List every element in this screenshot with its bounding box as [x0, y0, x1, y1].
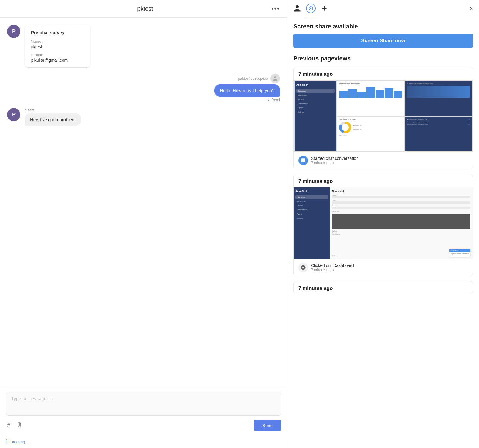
input-icons: # — [6, 420, 23, 430]
add-tag-row: + add tag — [0, 436, 287, 448]
click-event-icon — [298, 263, 308, 272]
chat-menu-button[interactable]: ••• — [271, 5, 280, 13]
message-input[interactable] — [6, 392, 281, 416]
pageview-card-1: 7 minutes ago AcmeTech Dashboard Applica… — [293, 67, 473, 169]
screenshot-panel-bl: Completion by offer ● Insurance 55% ● In… — [337, 117, 404, 151]
mini-bar-chart — [339, 86, 402, 98]
screenshot-panel-br: Most message then 50 persons... Ella 144… — [405, 117, 472, 151]
screenshot-sidebar-1: AcmeTech Dashboard Applications Reports … — [295, 81, 336, 151]
chat-body: P Pre-chat survey Name: pktest E-mail: p… — [0, 18, 287, 387]
target-icon — [306, 4, 316, 13]
chat-header: pktest ••• — [0, 0, 287, 18]
pageviews-section: Previous pageviews 7 minutes ago AcmeTec… — [293, 55, 473, 294]
survey-box: Pre-chat survey Name: pktest E-mail: p.k… — [25, 25, 90, 68]
screenshot-sidebar-2: AcmeTech Dashboard Applications Reports … — [294, 187, 330, 259]
agent-meta-row: pablo@upscope.io — [238, 74, 280, 83]
pageview-card-3: 7 minutes ago — [293, 281, 473, 294]
hash-button[interactable]: # — [6, 421, 11, 430]
screen-share-button[interactable]: Screen Share now — [293, 34, 473, 48]
chat-event-icon — [298, 156, 308, 165]
name-label: Name: — [31, 39, 84, 44]
add-tag-button[interactable]: + add tag — [6, 439, 25, 444]
pageviews-title: Previous pageviews — [293, 55, 473, 62]
person-icon-button[interactable] — [293, 4, 301, 12]
screenshot-panel-tl: Transactions per second — [337, 81, 404, 116]
plus-icon: + — [6, 439, 10, 444]
screen-share-title: Screen share available — [293, 23, 473, 30]
survey-title: Pre-chat survey — [31, 30, 84, 35]
pageview-footer-2: Clicked on "Dashboard" 7 minutes ago — [294, 259, 473, 276]
event-time-1: 7 minutes ago — [311, 161, 468, 165]
sender-name: pktest — [25, 108, 81, 112]
screenshot-panel-tr: Successful vs failed transactions — [405, 81, 472, 116]
pageview-screenshot-1[interactable]: AcmeTech Dashboard Applications Reports … — [294, 80, 473, 152]
mini-donut — [339, 122, 351, 133]
email-value: p.kullar@gmail.com — [31, 58, 84, 63]
send-button[interactable]: Send — [254, 420, 281, 431]
user-avatar: P — [7, 25, 20, 38]
add-tag-label: add tag — [12, 440, 25, 444]
chat-title: pktest — [137, 5, 153, 12]
event-label-2: Clicked on "Dashboard" — [311, 263, 468, 268]
screen-share-section: Screen share available Screen Share now — [293, 23, 473, 48]
pageview-time-1: 7 minutes ago — [294, 67, 473, 80]
pageview-time-2: 7 minutes ago — [294, 174, 473, 187]
incoming-message: P pktest Hey, I've got a problem — [7, 108, 280, 126]
incoming-content: pktest Hey, I've got a problem — [25, 108, 81, 126]
pageview-time-3: 7 minutes ago — [294, 281, 473, 294]
pageview-card-2: 7 minutes ago AcmeTech Dashboard Applica… — [293, 174, 473, 276]
screenshot-main-2: New agent Name Email Pin code — [330, 187, 473, 259]
left-panel: pktest ••• P Pre-chat survey Name: pktes… — [0, 0, 287, 448]
outgoing-bubble: Hello. How may I help you? — [214, 84, 280, 97]
header-icon-group — [293, 4, 328, 13]
input-actions: # Send — [6, 420, 281, 431]
event-time-2: 7 minutes ago — [311, 268, 468, 272]
outgoing-message: pablo@upscope.io Hello. How may I help y… — [7, 74, 280, 102]
pageview-footer-1: Started chat conversation 7 minutes ago — [294, 152, 473, 169]
chat-input-area: # Send — [0, 387, 287, 436]
prechat-card: P Pre-chat survey Name: pktest E-mail: p… — [7, 25, 280, 68]
chat-widget-mini: Need Help? Click here and start chatting… — [449, 249, 470, 257]
read-status: ✓ Read — [267, 98, 280, 102]
incoming-bubble: Hey, I've got a problem — [25, 113, 81, 126]
agent-avatar-small — [270, 74, 280, 83]
right-header: × — [287, 0, 479, 17]
email-label: E-mail: — [31, 53, 84, 57]
pageview-screenshot-2[interactable]: AcmeTech Dashboard Applications Reports … — [294, 187, 473, 259]
right-panel: × Screen share available Screen Share no… — [287, 0, 479, 448]
close-button[interactable]: × — [469, 5, 473, 12]
pageview-event-text-2: Clicked on "Dashboard" 7 minutes ago — [311, 263, 468, 272]
screenshot-inner-1: AcmeTech Dashboard Applications Reports … — [294, 80, 473, 152]
name-value: pktest — [31, 44, 84, 49]
attach-button[interactable] — [15, 420, 23, 430]
event-label-1: Started chat conversation — [311, 156, 468, 161]
target-icon-button[interactable] — [306, 4, 316, 13]
right-content: Screen share available Screen Share now … — [287, 17, 479, 448]
screenshot-inner-2: AcmeTech Dashboard Applications Reports … — [294, 187, 473, 259]
pageview-event-text-1: Started chat conversation 7 minutes ago — [311, 156, 468, 165]
user-avatar-2: P — [7, 108, 20, 121]
plus-icon-button[interactable] — [320, 4, 328, 12]
svg-point-1 — [310, 8, 312, 9]
sender-meta: pablo@upscope.io — [238, 76, 268, 81]
